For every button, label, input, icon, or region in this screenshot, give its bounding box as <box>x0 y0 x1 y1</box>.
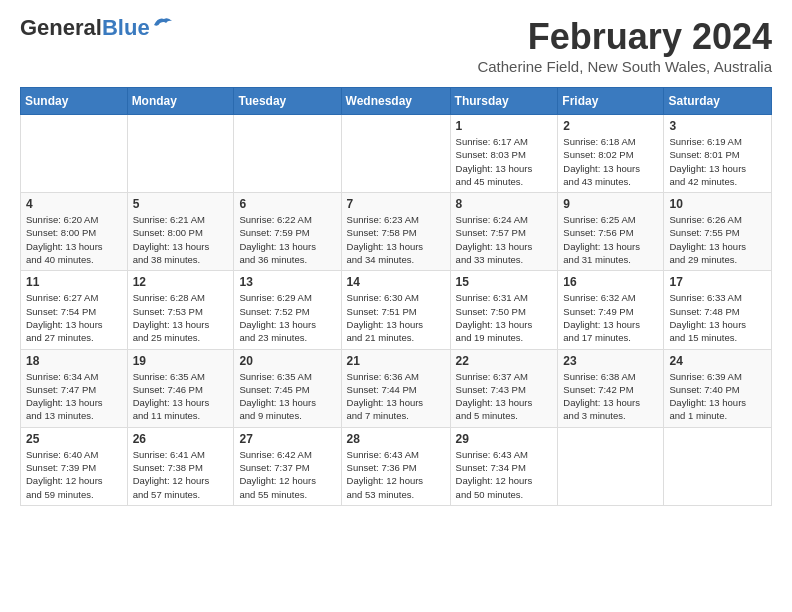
day-info: Sunrise: 6:23 AM Sunset: 7:58 PM Dayligh… <box>347 213 445 266</box>
table-row: 6Sunrise: 6:22 AM Sunset: 7:59 PM Daylig… <box>234 193 341 271</box>
day-info: Sunrise: 6:30 AM Sunset: 7:51 PM Dayligh… <box>347 291 445 344</box>
table-row: 7Sunrise: 6:23 AM Sunset: 7:58 PM Daylig… <box>341 193 450 271</box>
logo: GeneralBlue <box>20 16 174 40</box>
day-number: 2 <box>563 119 658 133</box>
day-info: Sunrise: 6:43 AM Sunset: 7:36 PM Dayligh… <box>347 448 445 501</box>
logo-general: General <box>20 15 102 40</box>
day-info: Sunrise: 6:25 AM Sunset: 7:56 PM Dayligh… <box>563 213 658 266</box>
table-row: 8Sunrise: 6:24 AM Sunset: 7:57 PM Daylig… <box>450 193 558 271</box>
day-number: 4 <box>26 197 122 211</box>
day-info: Sunrise: 6:35 AM Sunset: 7:46 PM Dayligh… <box>133 370 229 423</box>
day-number: 29 <box>456 432 553 446</box>
day-number: 21 <box>347 354 445 368</box>
day-number: 9 <box>563 197 658 211</box>
table-row: 10Sunrise: 6:26 AM Sunset: 7:55 PM Dayli… <box>664 193 772 271</box>
table-row <box>558 427 664 505</box>
day-info: Sunrise: 6:32 AM Sunset: 7:49 PM Dayligh… <box>563 291 658 344</box>
day-info: Sunrise: 6:29 AM Sunset: 7:52 PM Dayligh… <box>239 291 335 344</box>
table-row: 27Sunrise: 6:42 AM Sunset: 7:37 PM Dayli… <box>234 427 341 505</box>
logo-text: GeneralBlue <box>20 16 150 40</box>
day-number: 19 <box>133 354 229 368</box>
day-number: 11 <box>26 275 122 289</box>
day-info: Sunrise: 6:43 AM Sunset: 7:34 PM Dayligh… <box>456 448 553 501</box>
table-row: 22Sunrise: 6:37 AM Sunset: 7:43 PM Dayli… <box>450 349 558 427</box>
day-info: Sunrise: 6:26 AM Sunset: 7:55 PM Dayligh… <box>669 213 766 266</box>
day-info: Sunrise: 6:38 AM Sunset: 7:42 PM Dayligh… <box>563 370 658 423</box>
day-info: Sunrise: 6:39 AM Sunset: 7:40 PM Dayligh… <box>669 370 766 423</box>
col-saturday: Saturday <box>664 88 772 115</box>
day-number: 1 <box>456 119 553 133</box>
day-info: Sunrise: 6:35 AM Sunset: 7:45 PM Dayligh… <box>239 370 335 423</box>
table-row: 4Sunrise: 6:20 AM Sunset: 8:00 PM Daylig… <box>21 193 128 271</box>
calendar-week-row: 1Sunrise: 6:17 AM Sunset: 8:03 PM Daylig… <box>21 115 772 193</box>
col-sunday: Sunday <box>21 88 128 115</box>
day-info: Sunrise: 6:27 AM Sunset: 7:54 PM Dayligh… <box>26 291 122 344</box>
col-monday: Monday <box>127 88 234 115</box>
location-title: Catherine Field, New South Wales, Austra… <box>477 58 772 75</box>
table-row: 14Sunrise: 6:30 AM Sunset: 7:51 PM Dayli… <box>341 271 450 349</box>
table-row <box>127 115 234 193</box>
col-thursday: Thursday <box>450 88 558 115</box>
day-number: 13 <box>239 275 335 289</box>
day-info: Sunrise: 6:19 AM Sunset: 8:01 PM Dayligh… <box>669 135 766 188</box>
table-row: 19Sunrise: 6:35 AM Sunset: 7:46 PM Dayli… <box>127 349 234 427</box>
calendar-week-row: 18Sunrise: 6:34 AM Sunset: 7:47 PM Dayli… <box>21 349 772 427</box>
table-row: 28Sunrise: 6:43 AM Sunset: 7:36 PM Dayli… <box>341 427 450 505</box>
day-info: Sunrise: 6:24 AM Sunset: 7:57 PM Dayligh… <box>456 213 553 266</box>
day-number: 20 <box>239 354 335 368</box>
day-number: 25 <box>26 432 122 446</box>
day-number: 12 <box>133 275 229 289</box>
day-info: Sunrise: 6:42 AM Sunset: 7:37 PM Dayligh… <box>239 448 335 501</box>
day-info: Sunrise: 6:33 AM Sunset: 7:48 PM Dayligh… <box>669 291 766 344</box>
day-number: 16 <box>563 275 658 289</box>
day-info: Sunrise: 6:28 AM Sunset: 7:53 PM Dayligh… <box>133 291 229 344</box>
title-location: February 2024 Catherine Field, New South… <box>477 16 772 83</box>
day-number: 6 <box>239 197 335 211</box>
day-number: 7 <box>347 197 445 211</box>
day-number: 14 <box>347 275 445 289</box>
day-info: Sunrise: 6:21 AM Sunset: 8:00 PM Dayligh… <box>133 213 229 266</box>
table-row: 13Sunrise: 6:29 AM Sunset: 7:52 PM Dayli… <box>234 271 341 349</box>
day-info: Sunrise: 6:31 AM Sunset: 7:50 PM Dayligh… <box>456 291 553 344</box>
day-info: Sunrise: 6:41 AM Sunset: 7:38 PM Dayligh… <box>133 448 229 501</box>
table-row: 3Sunrise: 6:19 AM Sunset: 8:01 PM Daylig… <box>664 115 772 193</box>
col-wednesday: Wednesday <box>341 88 450 115</box>
table-row: 21Sunrise: 6:36 AM Sunset: 7:44 PM Dayli… <box>341 349 450 427</box>
logo-blue: Blue <box>102 15 150 40</box>
day-number: 23 <box>563 354 658 368</box>
day-info: Sunrise: 6:34 AM Sunset: 7:47 PM Dayligh… <box>26 370 122 423</box>
col-friday: Friday <box>558 88 664 115</box>
day-info: Sunrise: 6:40 AM Sunset: 7:39 PM Dayligh… <box>26 448 122 501</box>
bird-icon <box>152 15 174 33</box>
table-row: 2Sunrise: 6:18 AM Sunset: 8:02 PM Daylig… <box>558 115 664 193</box>
day-info: Sunrise: 6:36 AM Sunset: 7:44 PM Dayligh… <box>347 370 445 423</box>
table-row: 29Sunrise: 6:43 AM Sunset: 7:34 PM Dayli… <box>450 427 558 505</box>
day-info: Sunrise: 6:18 AM Sunset: 8:02 PM Dayligh… <box>563 135 658 188</box>
day-number: 22 <box>456 354 553 368</box>
table-row: 18Sunrise: 6:34 AM Sunset: 7:47 PM Dayli… <box>21 349 128 427</box>
calendar-week-row: 11Sunrise: 6:27 AM Sunset: 7:54 PM Dayli… <box>21 271 772 349</box>
day-number: 26 <box>133 432 229 446</box>
day-number: 15 <box>456 275 553 289</box>
calendar-week-row: 4Sunrise: 6:20 AM Sunset: 8:00 PM Daylig… <box>21 193 772 271</box>
month-title: February 2024 <box>477 16 772 58</box>
table-row: 25Sunrise: 6:40 AM Sunset: 7:39 PM Dayli… <box>21 427 128 505</box>
calendar-table: Sunday Monday Tuesday Wednesday Thursday… <box>20 87 772 506</box>
day-number: 24 <box>669 354 766 368</box>
table-row: 20Sunrise: 6:35 AM Sunset: 7:45 PM Dayli… <box>234 349 341 427</box>
table-row <box>21 115 128 193</box>
calendar-week-row: 25Sunrise: 6:40 AM Sunset: 7:39 PM Dayli… <box>21 427 772 505</box>
day-number: 28 <box>347 432 445 446</box>
table-row: 17Sunrise: 6:33 AM Sunset: 7:48 PM Dayli… <box>664 271 772 349</box>
table-row: 16Sunrise: 6:32 AM Sunset: 7:49 PM Dayli… <box>558 271 664 349</box>
table-row <box>341 115 450 193</box>
table-row: 24Sunrise: 6:39 AM Sunset: 7:40 PM Dayli… <box>664 349 772 427</box>
table-row: 12Sunrise: 6:28 AM Sunset: 7:53 PM Dayli… <box>127 271 234 349</box>
day-number: 3 <box>669 119 766 133</box>
table-row: 23Sunrise: 6:38 AM Sunset: 7:42 PM Dayli… <box>558 349 664 427</box>
col-tuesday: Tuesday <box>234 88 341 115</box>
table-row: 1Sunrise: 6:17 AM Sunset: 8:03 PM Daylig… <box>450 115 558 193</box>
day-number: 8 <box>456 197 553 211</box>
day-info: Sunrise: 6:20 AM Sunset: 8:00 PM Dayligh… <box>26 213 122 266</box>
table-row <box>234 115 341 193</box>
